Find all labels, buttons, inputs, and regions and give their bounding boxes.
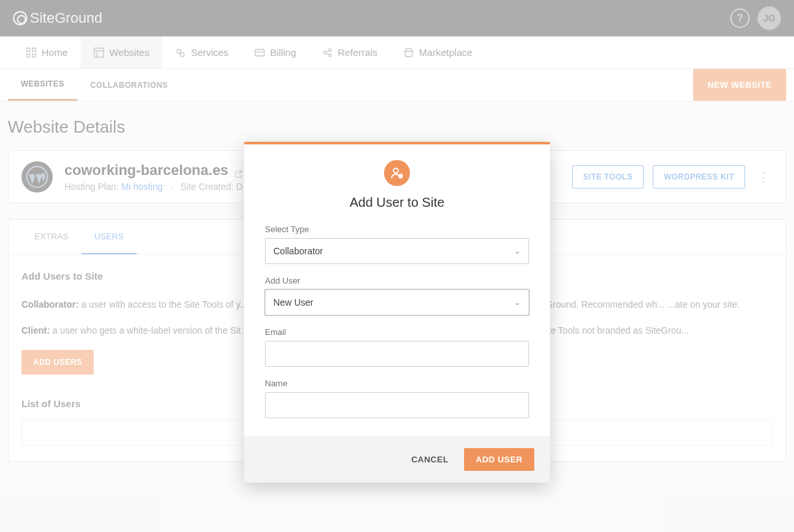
add-user-icon xyxy=(384,160,410,186)
add-user-button[interactable]: ADD USER xyxy=(464,448,534,471)
form-group-type: Select Type Collaborator ⌄ xyxy=(265,224,529,264)
modal: Add User to Site Select Type Collaborato… xyxy=(244,142,550,483)
add-user-label: Add User xyxy=(265,276,529,286)
email-label: Email xyxy=(265,327,529,337)
form-group-name: Name xyxy=(265,379,529,418)
chevron-down-icon: ⌄ xyxy=(514,246,521,256)
select-type-dropdown[interactable]: Collaborator ⌄ xyxy=(265,238,529,264)
name-label: Name xyxy=(265,379,529,388)
name-input[interactable] xyxy=(265,392,529,418)
form-group-email: Email xyxy=(265,327,529,367)
select-type-label: Select Type xyxy=(265,224,529,234)
modal-overlay[interactable]: Add User to Site Select Type Collaborato… xyxy=(0,0,794,532)
email-input[interactable] xyxy=(265,341,529,367)
modal-content: Add User to Site Select Type Collaborato… xyxy=(244,144,550,436)
modal-title: Add User to Site xyxy=(265,195,529,210)
modal-footer: CANCEL ADD USER xyxy=(244,436,550,483)
form-group-adduser: Add User New User ⌄ xyxy=(265,276,529,315)
modal-icon-wrap xyxy=(265,160,529,186)
select-type-value: Collaborator xyxy=(273,246,323,256)
add-user-dropdown[interactable]: New User ⌄ xyxy=(265,289,529,315)
chevron-down-icon: ⌄ xyxy=(514,298,521,307)
cancel-button[interactable]: CANCEL xyxy=(402,448,458,471)
svg-point-17 xyxy=(394,168,398,173)
add-user-value: New User xyxy=(273,297,313,308)
